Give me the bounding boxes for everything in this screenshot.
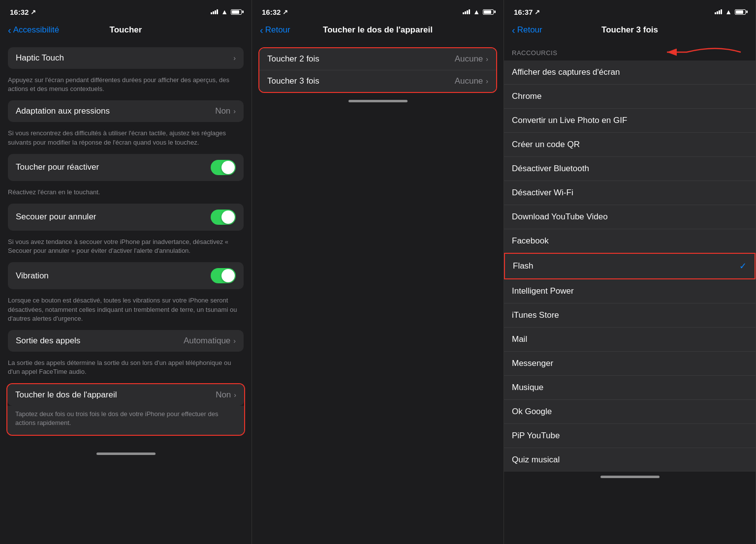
- back-label-1: Accessibilité: [13, 25, 60, 35]
- back-arrow-2: ‹: [260, 25, 263, 35]
- toucher-2-fois-chevron: ›: [486, 55, 488, 63]
- toucher-dos-item[interactable]: Toucher le dos de l'appareil Non ›: [7, 384, 244, 406]
- back-arrow-1: ‹: [8, 25, 11, 35]
- menu-quiz-musical[interactable]: Quiz musical: [504, 448, 756, 472]
- toucher-dos-value: Non: [216, 390, 231, 400]
- toucher-3-fois-right: Aucune ›: [455, 76, 488, 86]
- vibration-desc: Lorsque ce bouton est désactivé, toutes …: [0, 292, 252, 330]
- adaptation-label: Adaptation aux pressions: [16, 106, 110, 116]
- ok-google-label: Ok Google: [512, 407, 552, 417]
- dos-items-highlight: Toucher 2 fois Aucune › Toucher 3 fois A…: [258, 47, 497, 93]
- back-button-3[interactable]: ‹ Retour: [512, 25, 542, 35]
- secouer-item: Secouer pour annuler: [8, 204, 244, 231]
- haptic-touch-label: Haptic Touch: [16, 53, 64, 63]
- menu-convertir[interactable]: Convertir un Live Photo en GIF: [504, 109, 756, 133]
- status-icons-2: ▲: [463, 8, 494, 16]
- menu-mail[interactable]: Mail: [504, 328, 756, 352]
- adaptation-chevron: ›: [233, 107, 236, 115]
- sortie-appels-right: Automatique ›: [184, 336, 236, 346]
- menu-desactiver-wifi[interactable]: Désactiver Wi-Fi: [504, 181, 756, 205]
- messenger-label: Messenger: [512, 359, 553, 368]
- wifi-icon-1: ▲: [221, 8, 228, 16]
- menu-facebook[interactable]: Facebook: [504, 229, 756, 253]
- menu-creer-qr[interactable]: Créer un code QR: [504, 133, 756, 157]
- sortie-appels-label: Sortie des appels: [16, 336, 80, 346]
- menu-afficher-captures[interactable]: Afficher des captures d'écran: [504, 60, 756, 85]
- itunes-label: iTunes Store: [512, 310, 559, 320]
- status-bar-1: 16:32 ↗ ▲: [0, 0, 252, 22]
- menu-chrome[interactable]: Chrome: [504, 85, 756, 109]
- toucher-reactiver-label: Toucher pour réactiver: [16, 162, 99, 172]
- home-indicator-3: [504, 472, 756, 484]
- status-icons-1: ▲: [211, 8, 242, 16]
- time-1: 16:32: [10, 8, 29, 16]
- toucher-3-fois-label: Toucher 3 fois: [267, 76, 319, 86]
- panel2-content: Toucher 2 fois Aucune › Toucher 3 fois A…: [252, 43, 504, 544]
- haptic-touch-desc: Appuyez sur l'écran pendant différentes …: [0, 72, 252, 100]
- sortie-appels-chevron: ›: [233, 337, 236, 345]
- status-icons-3: ▲: [715, 8, 746, 16]
- panel-dos: 16:32 ↗ ▲ ‹ Retour Toucher le dos de l'a…: [252, 0, 504, 544]
- menu-musique[interactable]: Musique: [504, 376, 756, 400]
- shortcuts-group: Afficher des captures d'écran Chrome Con…: [504, 60, 756, 253]
- secouer-desc: Si vous avez tendance à secouer votre iP…: [0, 234, 252, 262]
- flash-label: Flash: [513, 261, 534, 271]
- toggle-knob-4: [221, 269, 235, 282]
- toucher-reactiver-group: Toucher pour réactiver: [8, 154, 244, 181]
- sortie-appels-item[interactable]: Sortie des appels Automatique ›: [8, 330, 244, 352]
- toucher-3-fois-chevron: ›: [486, 77, 488, 85]
- panel3-content: Afficher des captures d'écran Chrome Con…: [504, 60, 756, 544]
- menu-intelligent-power[interactable]: Intelligent Power: [504, 279, 756, 303]
- download-youtube-label: Download YouTube Video: [512, 212, 608, 222]
- back-button-1[interactable]: ‹ Accessibilité: [8, 25, 59, 35]
- sortie-appels-desc: La sortie des appels détermine la sortie…: [0, 355, 252, 383]
- back-label-3: Retour: [517, 25, 542, 35]
- adaptation-desc: Si vous rencontrez des difficultés à uti…: [0, 125, 252, 153]
- afficher-captures-label: Afficher des captures d'écran: [512, 67, 620, 77]
- adaptation-item[interactable]: Adaptation aux pressions Non ›: [8, 100, 244, 122]
- back-button-2[interactable]: ‹ Retour: [260, 25, 290, 35]
- red-arrow-annotation: [657, 42, 746, 62]
- wifi-icon-2: ▲: [473, 8, 480, 16]
- dos-items-group: Toucher 2 fois Aucune › Toucher 3 fois A…: [259, 48, 496, 92]
- menu-itunes[interactable]: iTunes Store: [504, 303, 756, 328]
- status-bar-2: 16:32 ↗ ▲: [252, 0, 504, 22]
- flash-highlight: Flash ✓: [504, 253, 756, 279]
- home-indicator-1: [0, 449, 252, 461]
- menu-desactiver-bt[interactable]: Désactiver Bluetooth: [504, 157, 756, 181]
- vibration-toggle[interactable]: [211, 268, 236, 283]
- toggle-knob-2: [221, 161, 235, 174]
- battery-icon-2: [483, 9, 494, 15]
- convertir-label: Convertir un Live Photo en GIF: [512, 116, 627, 125]
- nav-title-2: Toucher le dos de l'appareil: [323, 25, 433, 35]
- vibration-label: Vibration: [16, 271, 49, 281]
- toucher-reactiver-toggle[interactable]: [211, 160, 236, 175]
- menu-ok-google[interactable]: Ok Google: [504, 400, 756, 424]
- menu-messenger[interactable]: Messenger: [504, 352, 756, 376]
- menu-pip-youtube[interactable]: PiP YouTube: [504, 424, 756, 448]
- toucher-dos-right: Non ›: [216, 390, 236, 400]
- haptic-touch-group: Haptic Touch ›: [8, 47, 244, 69]
- battery-icon-3: [735, 9, 746, 15]
- facebook-label: Facebook: [512, 236, 549, 246]
- nav-bar-2: ‹ Retour Toucher le dos de l'appareil: [252, 22, 504, 43]
- haptic-touch-item[interactable]: Haptic Touch ›: [8, 47, 244, 69]
- vibration-group: Vibration: [8, 262, 244, 289]
- secouer-toggle[interactable]: [211, 210, 236, 225]
- flash-checkmark: ✓: [739, 261, 747, 272]
- secouer-label: Secouer pour annuler: [16, 212, 96, 222]
- nav-title-3: Toucher 3 fois: [601, 25, 658, 35]
- adaptation-right: Non ›: [215, 106, 236, 116]
- toucher-2-fois-item[interactable]: Toucher 2 fois Aucune ›: [259, 48, 496, 70]
- battery-icon-1: [231, 9, 242, 15]
- toucher-2-fois-label: Toucher 2 fois: [267, 54, 319, 64]
- direction-icon-3: ↗: [535, 8, 540, 16]
- toucher-2-fois-right: Aucune ›: [455, 54, 488, 64]
- musique-label: Musique: [512, 383, 543, 393]
- desactiver-wifi-label: Désactiver Wi-Fi: [512, 188, 573, 198]
- menu-download-youtube[interactable]: Download YouTube Video: [504, 205, 756, 229]
- menu-flash[interactable]: Flash ✓: [505, 254, 755, 278]
- toucher-3-fois-item[interactable]: Toucher 3 fois Aucune ›: [259, 70, 496, 92]
- wifi-icon-3: ▲: [725, 8, 732, 16]
- toucher-dos-group: Toucher le dos de l'appareil Non ›: [7, 384, 244, 406]
